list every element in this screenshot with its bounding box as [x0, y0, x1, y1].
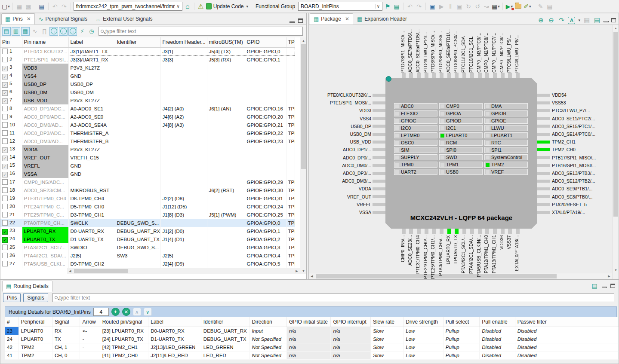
routing-row[interactable]: 42TPM2CH, 1-[42] TPM2_CH1J2[13]/LED_GREE… — [5, 343, 619, 351]
pin-checkbox[interactable] — [2, 196, 8, 201]
pin-checkbox[interactable]: ✓ — [2, 172, 8, 177]
pin-checkbox[interactable]: ✓ — [2, 98, 8, 104]
pin-row[interactable]: 20PTE24/TPM0_C...D5-TPM0_CH0J1[12] (D5)G… — [0, 202, 295, 211]
peripheral-cell[interactable]: LLWU — [484, 125, 528, 131]
peripheral-cell[interactable]: TPM1 — [439, 162, 483, 168]
right-pin-stub[interactable] — [537, 187, 550, 190]
right-pin-stub[interactable] — [537, 164, 550, 167]
pin-row[interactable]: 1PTE0/CLKOUT32...J3[1]/UART1_TXJ3[1]J5[4… — [0, 47, 295, 55]
pin-row[interactable]: ✓7USB_VDDP3V3_KL27Z — [0, 96, 295, 104]
column-header[interactable]: GPIO initial state — [286, 317, 331, 327]
peripheral-cell[interactable]: GPIOC — [394, 118, 437, 124]
clock-icon[interactable]: ◷ — [87, 27, 96, 36]
column-header[interactable]: Label — [68, 37, 115, 47]
scroll-left-icon[interactable]: ◀ — [67, 268, 73, 274]
right-pin-stub[interactable] — [537, 133, 550, 136]
bottom-pin-stub[interactable] — [425, 229, 428, 234]
scroll-up-icon[interactable]: ▲ — [613, 25, 619, 31]
left-pin-stub[interactable] — [373, 172, 385, 175]
package-canvas[interactable]: ADC0CMP0DMAFLEXIOGPIOAGPIOBGPIOCGPIODGPI… — [309, 25, 619, 279]
pin-row[interactable]: ✓6USB0_DMUSB0_DM — [0, 88, 295, 96]
zoom-out-icon[interactable]: ⊖ — [547, 16, 555, 24]
top-pin-stub[interactable] — [440, 73, 443, 78]
routing-row[interactable]: 23LPUART0RX<-[23] LPUART0_RXD0-UART0_RXD… — [5, 327, 619, 335]
top-pin-stub[interactable] — [470, 73, 474, 78]
move-up-button[interactable]: ∧ — [133, 308, 141, 316]
pin-row[interactable]: ✓24LPUART0_TXD1-UART0_TXDEBUG_UART_TXJ1[… — [0, 235, 295, 243]
top-pin-stub[interactable] — [462, 73, 466, 78]
column-header[interactable]: Pin name — [22, 37, 68, 47]
top-pin-stub[interactable] — [447, 73, 451, 78]
pin-checkbox[interactable]: ✓ — [2, 66, 8, 71]
column-header[interactable]: mikroBUS(TM) — [207, 37, 245, 47]
label-mode-button[interactable]: A — [568, 17, 575, 24]
delete-route-button[interactable]: ✕ — [122, 308, 130, 316]
peripheral-cell[interactable]: SUPPLY — [394, 154, 437, 160]
jump-icon[interactable]: ↝ — [483, 2, 490, 11]
peripheral-cell[interactable]: OSC0 — [394, 140, 437, 146]
maximize-icon[interactable] — [611, 18, 616, 22]
stop-icon[interactable]: ▣ — [456, 2, 463, 11]
column-header[interactable]: Identifier — [115, 37, 160, 47]
view-left-pins-toggle[interactable]: ▤ — [2, 27, 11, 36]
undo-button[interactable]: ↶ — [51, 2, 59, 11]
label-mode-dropdown-icon[interactable]: ▾ — [578, 18, 580, 22]
peripheral-cell[interactable]: SPI0 — [439, 147, 483, 153]
left-pin-stub[interactable] — [373, 203, 385, 206]
bottom-pin-stub[interactable] — [432, 229, 436, 234]
bottom-pin-stub[interactable] — [485, 229, 489, 234]
left-pin-stub[interactable] — [373, 109, 385, 112]
pin-checkbox[interactable] — [2, 138, 8, 144]
top-pin-stub[interactable] — [485, 73, 489, 78]
pin-checkbox[interactable] — [2, 212, 8, 217]
maximize-icon[interactable] — [610, 284, 615, 288]
pin-checkbox[interactable] — [2, 130, 8, 136]
bottom-pin-stub[interactable] — [462, 229, 466, 234]
comment-icon[interactable]: ▤ — [393, 2, 400, 11]
pin-row[interactable]: 10ADC0_DM0/AD...A3-ADC0_SE4AJ4[8] (A3)GP… — [0, 121, 295, 129]
pin-checkbox[interactable] — [2, 106, 8, 111]
pin-checkbox[interactable] — [2, 220, 8, 226]
pin-row[interactable]: 21PTE25/TPM0_C...D3-TPM0_CH1J1[8] (D3)J5… — [0, 211, 295, 219]
view-right-pins-toggle[interactable]: ▦ — [21, 27, 30, 36]
left-pin-stub[interactable] — [373, 180, 385, 183]
problems-warning-icon[interactable]: ⚠ — [197, 2, 205, 11]
step-back-icon[interactable]: ↺ — [474, 2, 481, 11]
rotate-icon[interactable]: ↷ — [557, 16, 565, 24]
bottom-pin-stub[interactable] — [493, 229, 497, 234]
left-pin-stub[interactable] — [373, 117, 385, 120]
chip-tool-button[interactable]: ▦▾ — [492, 2, 500, 11]
tab-package[interactable]: ▦ Package ✕ — [310, 13, 353, 24]
new-configuration-button[interactable]: ▢▾ — [2, 2, 10, 11]
peripheral-cell[interactable]: CMP0 — [439, 103, 483, 109]
pin-checkbox[interactable] — [2, 57, 8, 62]
right-pin-stub[interactable] — [537, 101, 550, 104]
top-pin-stub[interactable] — [478, 73, 482, 78]
right-pin-stub[interactable] — [537, 125, 550, 128]
column-header[interactable]: Peripheral — [18, 317, 52, 327]
pin-checkbox[interactable] — [2, 179, 8, 185]
tab-pins[interactable]: ▦ Pins ✕ — [1, 13, 35, 24]
routing-count-input[interactable]: 4 — [93, 308, 109, 316]
pin-row[interactable]: ✓4VSS4GND — [0, 72, 295, 80]
pin-checkbox[interactable]: ✓ — [2, 237, 8, 243]
column-header[interactable]: Pull select — [443, 317, 479, 327]
right-pin-stub[interactable] — [537, 211, 550, 214]
pin-row[interactable]: ✓23LPUART0_RXD0-UART0_RXDEBUG_UART_RXJ1[… — [0, 227, 295, 235]
left-pin-stub[interactable] — [373, 156, 385, 159]
column-header[interactable]: TPM — [286, 37, 295, 47]
pin-row[interactable]: 26PTA4/I2C1_SDA/...J2[5]SW3J2[5]GPIOA:GP… — [0, 251, 295, 260]
zoom-in-icon[interactable]: ⊕ — [537, 16, 545, 24]
pin-row[interactable]: 2PTE1/SPI1_MOSI...J3[3]/UART1_RXJ3[3]J5[… — [0, 55, 295, 64]
minimize-icon[interactable] — [602, 287, 607, 288]
add-route-button[interactable]: + — [111, 308, 120, 316]
scroll-right-icon[interactable]: ▶ — [294, 268, 300, 274]
peripheral-cell[interactable]: LPTMR0 — [394, 132, 437, 138]
top-pin-stub[interactable] — [501, 73, 505, 78]
pins-horizontal-scrollbar[interactable]: ◀ ▶ — [67, 268, 300, 274]
minimize-icon[interactable] — [604, 21, 609, 22]
bottom-pin-stub[interactable] — [508, 229, 512, 234]
right-pin-stub[interactable] — [537, 148, 550, 151]
show-unrouted-pins-toggle[interactable]: ← — [59, 27, 68, 36]
pin-checkbox[interactable] — [2, 187, 8, 193]
